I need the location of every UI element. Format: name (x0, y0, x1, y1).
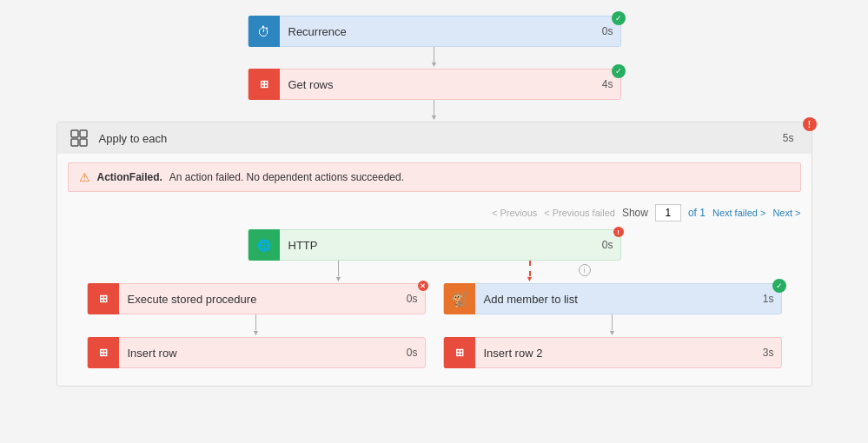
apply-error-badge: ! (803, 117, 817, 131)
insertrow-icon: ⊞ (88, 337, 119, 368)
pagination-bar: < Previous < Previous failed Show of 1 N… (57, 201, 812, 225)
addmember-label: Add member to list (475, 293, 756, 306)
addmember-status: ✓ (772, 279, 786, 293)
exec-error-badge: ✕ (418, 281, 428, 291)
info-icon[interactable]: i (579, 264, 591, 276)
canvas: ⏱ Recurrence 0s ✓ ▼ ⊞ Get rows 4s ✓ ▼ (0, 0, 868, 443)
show-label: Show (622, 207, 648, 219)
previous-failed-btn[interactable]: < Previous failed (544, 208, 615, 218)
insertrow2-label: Insert row 2 (475, 347, 756, 360)
recurrence-label: Recurrence (280, 25, 595, 38)
branch-left: ⊞ Execute stored procedure 0s ✕ ▼ ⊞ Inse… (87, 283, 426, 368)
add-member-node[interactable]: 🐒 Add member to list 1s ✓ (443, 283, 782, 314)
recurrence-time: 0s (595, 25, 620, 37)
branch-right: 🐒 Add member to list 1s ✓ ▼ ⊞ Insert row… (443, 283, 782, 368)
http-icon: 🌐 (248, 229, 280, 261)
error-prefix: ActionFailed. (97, 171, 162, 183)
apply-time: 5s (783, 132, 794, 144)
page-of: of 1 (688, 207, 706, 219)
getrows-label: Get rows (280, 78, 595, 91)
error-message: An action failed. No dependent actions s… (169, 171, 404, 183)
svg-rect-0 (71, 130, 78, 137)
getrows-time: 4s (595, 78, 620, 90)
insertrow2-icon: ⊞ (444, 337, 475, 368)
http-label: HTTP (280, 239, 595, 252)
insert-row-node[interactable]: ⊞ Insert row 0s (87, 337, 426, 368)
insert-row2-node[interactable]: ⊞ Insert row 2 3s (443, 337, 782, 368)
warning-icon: ⚠ (79, 170, 90, 184)
getrows-icon: ⊞ (248, 69, 280, 100)
page-input[interactable] (655, 204, 681, 222)
svg-rect-3 (80, 139, 87, 146)
inner-flow: 🌐 HTTP 0s ! ▼ ▼ i (57, 225, 812, 373)
insertrow2-time: 3s (756, 347, 781, 359)
recurrence-status: ✓ (612, 11, 626, 25)
previous-btn[interactable]: < Previous (492, 208, 537, 218)
exec-icon: ⊞ (88, 283, 119, 314)
next-btn[interactable]: Next > (772, 208, 800, 218)
next-failed-btn[interactable]: Next failed > (712, 208, 765, 218)
apply-title: Apply to each (99, 132, 783, 145)
error-banner: ⚠ ActionFailed. An action failed. No dep… (68, 162, 801, 192)
insertrow-label: Insert row (119, 347, 400, 360)
execute-stored-node[interactable]: ⊞ Execute stored procedure 0s ✕ (87, 283, 426, 314)
recurrence-icon: ⏱ (248, 16, 280, 47)
insertrow-time: 0s (400, 347, 425, 359)
http-node[interactable]: 🌐 HTTP 0s ! (248, 229, 621, 261)
getrows-status: ✓ (612, 64, 626, 78)
apply-to-each-container: Apply to each 5s ! ⚠ ActionFailed. An ac… (56, 122, 812, 387)
addmember-icon: 🐒 (444, 283, 475, 314)
exec-label: Execute stored procedure (119, 293, 400, 306)
apply-header[interactable]: Apply to each 5s ! (57, 122, 812, 154)
svg-rect-1 (80, 130, 87, 137)
http-time: 0s (595, 239, 620, 251)
connector-2: ▼ (430, 100, 438, 122)
svg-rect-2 (71, 139, 78, 146)
connector-1: ▼ (430, 47, 438, 69)
recurrence-node[interactable]: ⏱ Recurrence 0s ✓ (248, 16, 621, 47)
branch-area: ⊞ Execute stored procedure 0s ✕ ▼ ⊞ Inse… (57, 283, 812, 368)
getrows-node[interactable]: ⊞ Get rows 4s ✓ (248, 69, 621, 100)
apply-icon (66, 125, 92, 151)
exec-time: 0s (400, 293, 425, 305)
http-error-badge: ! (613, 227, 624, 237)
addmember-time: 1s (756, 293, 781, 305)
